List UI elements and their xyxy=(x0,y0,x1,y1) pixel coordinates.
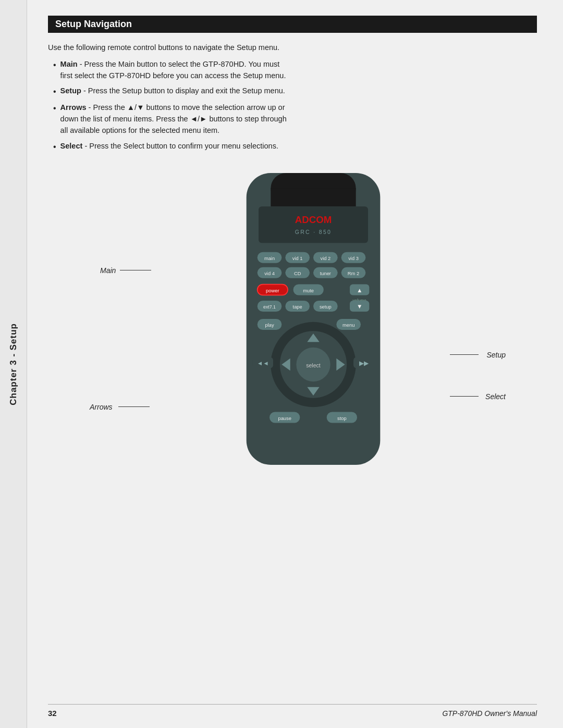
annotation-select: Select xyxy=(485,392,506,401)
intro-paragraph: Use the following remote control buttons… xyxy=(48,42,288,54)
svg-text:main: main xyxy=(264,255,275,261)
svg-text:vid 1: vid 1 xyxy=(292,255,303,261)
annotation-select-label: Select xyxy=(485,392,506,401)
bullet-term-0: Main xyxy=(60,60,78,68)
svg-text:tuner: tuner xyxy=(320,271,331,276)
bullet-sep-3: - xyxy=(84,142,89,150)
svg-text:▲: ▲ xyxy=(357,286,363,293)
remote-control: ADCOM GRC · 850 main vid 1 vid 2 vid 3 v… xyxy=(230,173,397,465)
list-item: Select - Press the Select button to conf… xyxy=(53,141,288,153)
bullet-text-1: Press the Setup button to display and ex… xyxy=(88,87,285,95)
page-number: 32 xyxy=(48,709,57,718)
footer: 32 GTP-870HD Owner's Manual xyxy=(48,704,537,718)
svg-text:ADCOM: ADCOM xyxy=(295,214,332,225)
svg-text:mute: mute xyxy=(303,288,314,293)
bullet-term-2: Arrows xyxy=(60,103,87,112)
remote-area: Main Setup Select Arrows xyxy=(48,173,537,475)
svg-text:GRC · 850: GRC · 850 xyxy=(295,228,332,235)
svg-text:▶▶: ▶▶ xyxy=(359,359,369,366)
svg-text:vid 4: vid 4 xyxy=(264,271,275,276)
svg-text:pause: pause xyxy=(278,415,291,421)
svg-text:play: play xyxy=(265,323,274,328)
svg-text:menu: menu xyxy=(342,323,354,328)
svg-text:vid 3: vid 3 xyxy=(348,255,359,261)
annotation-main: Main xyxy=(100,266,116,275)
section-header: Setup Navigation xyxy=(48,16,537,33)
bullet-text-3: Press the Select button to confirm your … xyxy=(89,142,278,150)
bullet-sep-0: - xyxy=(80,60,84,68)
svg-text:power: power xyxy=(266,288,279,293)
svg-text:CD: CD xyxy=(294,271,301,276)
list-item: Setup - Press the Setup button to displa… xyxy=(53,85,288,98)
svg-text:◄◄: ◄◄ xyxy=(257,359,269,366)
svg-text:Rm 2: Rm 2 xyxy=(348,271,359,276)
list-item: Main - Press the Main button to select t… xyxy=(53,59,288,82)
section-title: Setup Navigation xyxy=(55,19,132,29)
svg-text:tape: tape xyxy=(293,304,302,310)
annotation-arrows: Arrows xyxy=(90,402,113,411)
bullet-sep-1: - xyxy=(83,87,88,95)
bullet-text-2: Press the ▲/▼ buttons to move the select… xyxy=(60,103,287,134)
bullet-list: Main - Press the Main button to select t… xyxy=(48,59,288,157)
sidebar: Chapter 3 - Setup xyxy=(0,0,27,728)
bullet-text-0: Press the Main button to select the GTP-… xyxy=(60,60,286,80)
footer-title: GTP-870HD Owner's Manual xyxy=(442,709,537,718)
svg-text:ext7.1: ext7.1 xyxy=(263,304,276,310)
bullet-term-1: Setup xyxy=(60,87,81,95)
svg-text:▼: ▼ xyxy=(357,303,363,310)
svg-rect-2 xyxy=(271,188,356,206)
annotation-setup-label: Setup xyxy=(486,351,506,359)
remote-svg: ADCOM GRC · 850 main vid 1 vid 2 vid 3 v… xyxy=(230,173,397,465)
svg-text:setup: setup xyxy=(320,304,332,310)
annotation-arrows-label: Arrows xyxy=(90,403,113,411)
svg-text:stop: stop xyxy=(337,415,347,421)
chapter-label: Chapter 3 - Setup xyxy=(8,323,19,405)
annotation-setup: Setup xyxy=(486,350,506,359)
svg-text:vid 2: vid 2 xyxy=(320,255,331,261)
bullet-term-3: Select xyxy=(60,142,83,150)
list-item: Arrows - Press the ▲/▼ buttons to move t… xyxy=(53,102,288,136)
annotation-main-label: Main xyxy=(100,266,116,275)
svg-text:select: select xyxy=(306,362,321,368)
main-content: Setup Navigation Use the following remot… xyxy=(27,0,563,728)
